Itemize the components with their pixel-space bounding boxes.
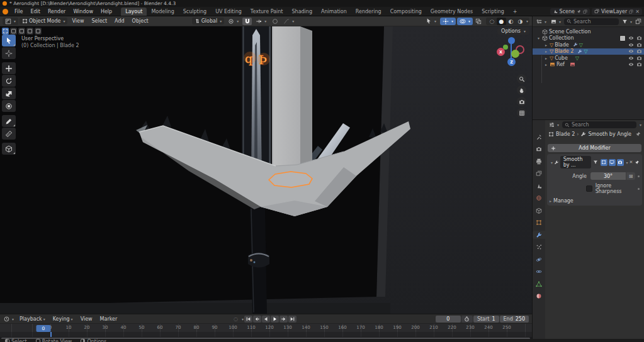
menu-playback[interactable]: Playback▾	[16, 316, 48, 322]
outliner-row-blade-2[interactable]: ▸ ▽ Blade 2 ▽	[533, 48, 644, 55]
playhead[interactable]	[50, 332, 52, 337]
tab-texture-paint[interactable]: Texture Paint	[246, 8, 288, 16]
tab-uv-editing[interactable]: UV Editing	[211, 8, 246, 16]
menu-keying[interactable]: Keying▾	[50, 316, 76, 322]
tab-object[interactable]	[534, 219, 545, 227]
menu-view[interactable]: View	[77, 316, 96, 322]
eye-icon[interactable]	[628, 55, 634, 61]
camera-visibility-icon[interactable]	[636, 35, 642, 41]
collection-checkbox[interactable]	[619, 35, 626, 41]
tab-sculpting[interactable]: Sculpting	[179, 8, 211, 16]
breadcrumb-modifier[interactable]: Smooth by Angle	[588, 131, 631, 137]
outliner-row-collection[interactable]: ▾ Collection	[533, 35, 644, 42]
camera-visibility-icon[interactable]	[636, 48, 642, 54]
tool-transform[interactable]	[2, 100, 16, 112]
outliner-row-scene-collection[interactable]: Scene Collection	[533, 28, 644, 35]
timeline-track[interactable]	[0, 332, 532, 337]
use-preview-range-button[interactable]	[461, 316, 473, 323]
modifier-delete-button[interactable]: ✕	[630, 160, 633, 165]
toggle-edit-mode[interactable]	[592, 159, 599, 166]
tool-rotate[interactable]	[2, 75, 16, 87]
auto-key-button[interactable]: ◌	[232, 316, 240, 323]
viewlayer-selector[interactable]: ViewLayer ✕	[592, 8, 642, 15]
zoom-icon[interactable]	[517, 74, 526, 84]
select-mode-subtract[interactable]	[18, 28, 25, 35]
animate-dot[interactable]	[638, 188, 640, 190]
tab-rendering[interactable]: Rendering	[351, 8, 386, 16]
manage-collapse-caret[interactable]: ▸	[550, 199, 551, 203]
add-workspace-button[interactable]: +	[509, 8, 522, 16]
panel-collapse-caret[interactable]: ▾	[551, 160, 553, 165]
angle-value-field[interactable]: 30°	[590, 172, 626, 180]
tool-scale[interactable]	[2, 87, 16, 99]
tool-cursor[interactable]	[2, 47, 16, 59]
tab-geometry-nodes[interactable]: Geometry Nodes	[426, 8, 477, 16]
menu-render[interactable]: Render	[44, 9, 69, 14]
tool-move[interactable]	[2, 62, 16, 74]
camera-visibility-icon[interactable]	[636, 55, 642, 61]
pan-hand-icon[interactable]	[517, 86, 526, 95]
shading-dropdown[interactable]: ▾	[526, 19, 528, 23]
camera-visibility-icon[interactable]	[636, 62, 642, 67]
tab-scene[interactable]	[534, 182, 545, 190]
jump-to-end-button[interactable]	[288, 316, 297, 323]
angle-input-attribute-button[interactable]: ⊞	[626, 172, 635, 180]
scene-selector[interactable]: Scene	[550, 8, 590, 15]
tool-add-cube[interactable]	[2, 143, 16, 155]
outliner-row-ref[interactable]: ▸ Ref	[533, 62, 644, 69]
tab-tool[interactable]	[534, 133, 545, 141]
ortho-toggle-icon[interactable]	[517, 108, 526, 118]
menu-add[interactable]: Add	[111, 18, 128, 24]
prev-keyframe-button[interactable]	[253, 316, 261, 323]
end-frame-field[interactable]: End 250	[500, 316, 529, 323]
tab-shading[interactable]: Shading	[287, 8, 317, 16]
shading-wireframe-button[interactable]: ◌	[487, 18, 497, 25]
snap-toggle[interactable]	[242, 18, 252, 25]
animate-dot[interactable]	[638, 175, 640, 177]
breadcrumb-object[interactable]: Blade 2	[556, 131, 575, 137]
tab-layout[interactable]: Layout	[121, 8, 147, 16]
menu-select[interactable]: Select	[88, 18, 110, 24]
properties-options-dropdown[interactable]: ▾	[640, 123, 641, 127]
gizmo-axis-z[interactable]: Z	[507, 58, 516, 66]
transform-orientation-selector[interactable]: Global▾	[192, 18, 225, 25]
new-collection-button[interactable]	[635, 18, 641, 25]
expand-caret[interactable]: ▸	[544, 43, 548, 47]
play-reverse-button[interactable]	[262, 316, 270, 323]
proportional-editing-toggle[interactable]	[270, 18, 280, 25]
modifier-name-field[interactable]: Smooth by ...	[560, 156, 591, 168]
expand-caret[interactable]: ▸	[544, 62, 548, 67]
menu-edit[interactable]: Edit	[26, 9, 44, 14]
object-visibility-selector[interactable]: ▾	[424, 18, 439, 25]
start-frame-field[interactable]: Start 1	[473, 316, 499, 323]
eye-icon[interactable]	[628, 42, 634, 48]
navigation-gizmo[interactable]: X Z	[496, 35, 526, 70]
viewport-3d[interactable]: q Þ	[0, 26, 532, 314]
outliner-display-mode[interactable]: ▾	[535, 19, 548, 25]
gizmo-axis-y[interactable]	[511, 50, 519, 58]
pivot-point-selector[interactable]: ▾	[225, 18, 241, 25]
ignore-sharpness-checkbox[interactable]	[586, 185, 592, 192]
outliner-filter-button[interactable]: ▾	[621, 19, 633, 25]
select-mode-extend[interactable]	[10, 28, 17, 35]
add-modifier-button[interactable]: Add Modifier	[548, 144, 641, 152]
modifier-badge-icon[interactable]	[577, 49, 582, 54]
expand-caret[interactable]: ▾	[536, 36, 541, 40]
mesh-data-icon[interactable]: ▽	[579, 42, 583, 48]
shading-solid-button[interactable]: ●	[497, 18, 506, 25]
tab-output[interactable]	[534, 157, 545, 165]
blender-menu-icon[interactable]	[3, 9, 8, 14]
outliner-search-input[interactable]: Search	[564, 18, 619, 25]
camera-visibility-icon[interactable]	[636, 42, 642, 48]
current-frame-field[interactable]: 0	[436, 316, 461, 323]
timeline-editor-type[interactable]: ▾	[3, 316, 15, 322]
xray-toggle[interactable]	[474, 18, 483, 25]
tool-measure[interactable]	[2, 128, 16, 140]
gizmo-axis-x[interactable]: X	[497, 48, 505, 56]
tab-compositing[interactable]: Compositing	[386, 8, 426, 16]
tab-physics[interactable]	[534, 255, 545, 263]
shading-material-button[interactable]: ◐	[506, 18, 516, 25]
menu-help[interactable]: Help	[97, 9, 116, 14]
outliner-filter-type[interactable]: ▾	[550, 19, 562, 25]
proportional-falloff-selector[interactable]: ▾	[281, 18, 297, 25]
